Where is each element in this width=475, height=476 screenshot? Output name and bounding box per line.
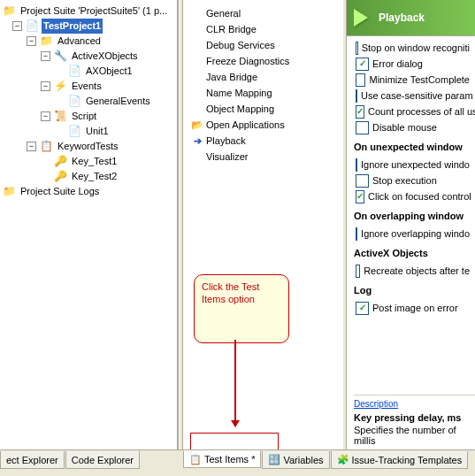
opt-post-image[interactable]: Post image on error — [356, 300, 470, 316]
tree-label: ActiveXObjects — [70, 49, 140, 64]
callout-target — [190, 433, 279, 449]
tab-label: Issue-Tracking Templates — [352, 455, 463, 465]
opt-ignore-overlap[interactable]: Ignore overlapping windo — [356, 226, 470, 242]
opt-stop-exec[interactable]: Stop execution — [356, 173, 470, 188]
opt-recreate[interactable]: Recreate objects after te — [356, 263, 470, 279]
activex-icon: 🔧 — [53, 50, 67, 64]
checkbox[interactable] — [356, 58, 369, 71]
section-activex: ActiveX Objects — [354, 245, 470, 261]
cat-debug[interactable]: Debug Services — [187, 37, 339, 53]
checkbox[interactable] — [356, 42, 358, 55]
tab-issue-tracking[interactable]: 🧩Issue-Tracking Templates — [331, 451, 469, 469]
cat-label: Name Mapping — [206, 85, 272, 101]
opt-ignore-unexp[interactable]: Ignore unexpected windo — [356, 157, 470, 173]
checkbox[interactable] — [356, 174, 369, 188]
item-icon: 📄 — [67, 125, 81, 139]
opt-use-case[interactable]: Use case-sensitive param — [356, 88, 470, 104]
expander-icon[interactable]: − — [41, 51, 50, 61]
tree-events[interactable]: − ⚡ Events — [2, 79, 175, 94]
tree-unit1[interactable]: 📄 Unit1 — [2, 124, 175, 139]
tree-advanced[interactable]: − 📁 Advanced — [2, 34, 175, 49]
description-text: Specifies the number of millis — [354, 425, 475, 446]
opt-label: Error dialog — [372, 56, 423, 72]
cat-label: Playback — [206, 133, 246, 149]
opt-count-proc[interactable]: Count processes of all us — [356, 104, 470, 119]
var-icon: 🔣 — [268, 454, 280, 465]
checkbox[interactable] — [356, 158, 357, 172]
panel-header-label: Playback — [379, 12, 425, 24]
tree-kwtests[interactable]: − 📋 KeywordTests — [2, 139, 175, 154]
checkbox[interactable] — [356, 302, 369, 315]
tree-label: KeywordTests — [56, 139, 119, 154]
checkbox[interactable] — [356, 265, 360, 278]
opt-label: Minimize TestComplete — [369, 72, 470, 88]
checkbox[interactable] — [356, 121, 369, 134]
opt-disable-mouse[interactable]: Disable mouse — [356, 119, 470, 135]
cat-openapp[interactable]: 📂Open Applications — [187, 117, 339, 133]
tab-variables[interactable]: 🔣Variables — [262, 451, 329, 469]
section-unexpected-window: On unexpected window — [354, 139, 470, 155]
checkbox[interactable] — [356, 73, 365, 87]
tree-logs[interactable]: 📁 Project Suite Logs — [2, 184, 175, 199]
checkbox[interactable] — [356, 190, 364, 203]
opt-click-focused[interactable]: Click on focused control — [356, 188, 470, 204]
project-icon: 📄 — [25, 19, 39, 34]
checkbox[interactable] — [356, 89, 357, 103]
description-key: Key pressing delay, ms — [354, 412, 475, 423]
description-title: Description — [354, 399, 475, 409]
cat-playback[interactable]: ➔Playback — [187, 133, 339, 149]
opt-label: Recreate objects after te — [364, 263, 470, 279]
description-panel: Description Key pressing delay, ms Speci… — [354, 395, 475, 446]
expander-icon[interactable]: − — [12, 21, 22, 31]
folder-icon: 📁 — [2, 4, 16, 19]
tree-label: AXObject1 — [84, 64, 134, 79]
cat-clr[interactable]: CLR Bridge — [187, 21, 339, 37]
opt-label: Click on focused control — [368, 188, 471, 204]
tree-label: Script — [70, 109, 98, 124]
opt-label: Stop on window recogniti — [362, 40, 470, 56]
tree-kt1[interactable]: 🔑 Key_Test1 — [2, 154, 175, 169]
opt-stop-window[interactable]: Stop on window recogniti — [356, 40, 470, 56]
callout-text: Click the Test Items option — [202, 281, 259, 304]
tree-activex[interactable]: − 🔧 ActiveXObjects — [2, 49, 175, 64]
cat-freeze[interactable]: Freeze Diagnostics — [187, 53, 339, 69]
opt-label: Count processes of all us — [368, 104, 475, 119]
opt-label: Ignore unexpected windo — [361, 157, 470, 173]
checkbox[interactable] — [356, 105, 364, 119]
pointer-icon: ➔ — [190, 133, 204, 149]
tree-label: Unit1 — [84, 124, 111, 139]
section-overlapping-window: On overlapping window — [354, 208, 470, 224]
tree-kt2[interactable]: 🔑 Key_Test2 — [2, 169, 175, 184]
tab-project-explorer[interactable]: ect Explorer — [0, 451, 65, 469]
cat-label: Debug Services — [206, 37, 275, 53]
expander-icon[interactable]: − — [41, 111, 50, 121]
tree-project[interactable]: − 📄 TestProject1 — [2, 19, 175, 34]
cat-objmap[interactable]: Object Mapping — [187, 101, 339, 117]
tree-script[interactable]: − 📜 Script — [2, 109, 175, 124]
tab-test-items[interactable]: 📋Test Items * — [183, 450, 261, 468]
expander-icon[interactable]: − — [27, 36, 36, 46]
item-icon: 📄 — [67, 65, 81, 79]
tree-label: GeneralEvents — [84, 94, 152, 109]
tab-code-explorer[interactable]: Code Explorer — [65, 451, 140, 469]
cat-visual[interactable]: Visualizer — [187, 149, 339, 165]
tree-axobj[interactable]: 📄 AXObject1 — [2, 64, 175, 79]
cat-label: Object Mapping — [206, 101, 274, 117]
checkbox[interactable] — [356, 227, 357, 241]
panel-header: Playback — [347, 0, 475, 36]
tree-project-label: TestProject1 — [42, 19, 103, 34]
tab-label: Code Explorer — [72, 455, 134, 465]
tree-root[interactable]: 📁 Project Suite 'ProjectSuite5' (1 p... — [2, 4, 175, 19]
opt-error-dialog[interactable]: Error dialog — [356, 56, 470, 72]
cat-general[interactable]: General — [187, 5, 339, 21]
cat-java[interactable]: Java Bridge — [187, 69, 339, 85]
opt-min-tc[interactable]: Minimize TestComplete — [356, 72, 470, 88]
expander-icon[interactable]: − — [27, 142, 36, 151]
expander-icon[interactable]: − — [41, 81, 50, 91]
cat-label: General — [206, 5, 241, 21]
tree-genevents[interactable]: 📄 GeneralEvents — [2, 94, 175, 109]
cat-namemap[interactable]: Name Mapping — [187, 85, 339, 101]
cat-label: CLR Bridge — [206, 21, 257, 37]
script-icon: 📜 — [53, 110, 67, 124]
opt-label: Ignore overlapping windo — [361, 226, 470, 242]
